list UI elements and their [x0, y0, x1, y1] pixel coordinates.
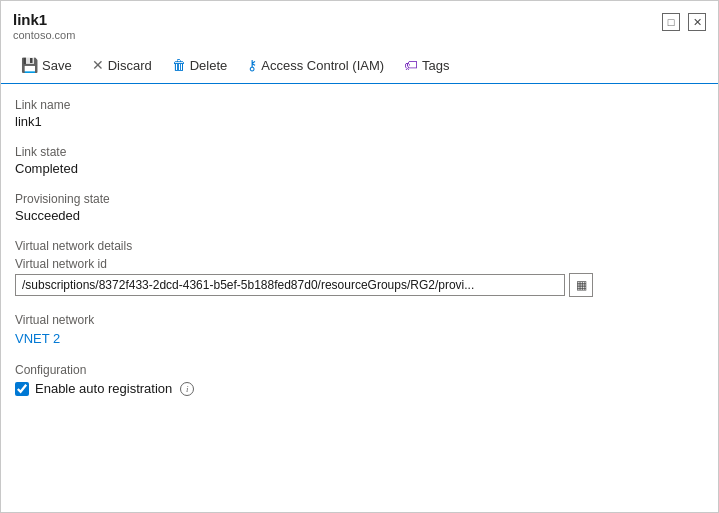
- title-bar: link1 contoso.com □ ✕: [1, 1, 718, 47]
- access-icon: ⚷: [247, 57, 257, 73]
- vnet-id-row: /subscriptions/8372f433-2dcd-4361-b5ef-5…: [15, 273, 704, 297]
- enable-auto-registration-checkbox[interactable]: [15, 382, 29, 396]
- tags-icon: 🏷: [404, 57, 418, 73]
- minimize-button[interactable]: □: [662, 13, 680, 31]
- link-state-label: Link state: [15, 145, 704, 159]
- main-window: link1 contoso.com □ ✕ 💾 Save ✕ Discard 🗑…: [0, 0, 719, 513]
- vnet-link[interactable]: VNET 2: [15, 331, 60, 346]
- delete-label: Delete: [190, 58, 228, 73]
- auto-registration-row: Enable auto registration i: [15, 381, 704, 396]
- delete-icon: 🗑: [172, 57, 186, 73]
- discard-icon: ✕: [92, 57, 104, 73]
- discard-label: Discard: [108, 58, 152, 73]
- vnet-details-group: Virtual network details Virtual network …: [15, 239, 704, 297]
- access-control-label: Access Control (IAM): [261, 58, 384, 73]
- content-area: Link name link1 Link state Completed Pro…: [1, 84, 718, 512]
- vnet-label: Virtual network: [15, 313, 704, 327]
- configuration-group: Configuration Enable auto registration i: [15, 363, 704, 396]
- toolbar: 💾 Save ✕ Discard 🗑 Delete ⚷ Access Contr…: [1, 47, 718, 84]
- info-icon[interactable]: i: [180, 382, 194, 396]
- copy-icon: ▦: [576, 278, 587, 292]
- save-button[interactable]: 💾 Save: [13, 53, 80, 77]
- close-button[interactable]: ✕: [688, 13, 706, 31]
- vnet-id-field[interactable]: /subscriptions/8372f433-2dcd-4361-b5ef-5…: [15, 274, 565, 296]
- window-subtitle: contoso.com: [13, 29, 75, 41]
- enable-auto-registration-label: Enable auto registration: [35, 381, 172, 396]
- delete-button[interactable]: 🗑 Delete: [164, 53, 236, 77]
- provisioning-state-value: Succeeded: [15, 208, 704, 223]
- vnet-details-label: Virtual network details: [15, 239, 704, 253]
- link-name-value: link1: [15, 114, 704, 129]
- link-state-group: Link state Completed: [15, 145, 704, 176]
- discard-button[interactable]: ✕ Discard: [84, 53, 160, 77]
- configuration-label: Configuration: [15, 363, 704, 377]
- link-state-value: Completed: [15, 161, 704, 176]
- vnet-id-label: Virtual network id: [15, 257, 704, 271]
- tags-label: Tags: [422, 58, 449, 73]
- access-control-button[interactable]: ⚷ Access Control (IAM): [239, 53, 392, 77]
- title-bar-left: link1 contoso.com: [13, 11, 75, 41]
- provisioning-state-group: Provisioning state Succeeded: [15, 192, 704, 223]
- save-icon: 💾: [21, 57, 38, 73]
- provisioning-state-label: Provisioning state: [15, 192, 704, 206]
- copy-button[interactable]: ▦: [569, 273, 593, 297]
- window-title: link1: [13, 11, 75, 29]
- link-name-label: Link name: [15, 98, 704, 112]
- title-bar-controls: □ ✕: [662, 11, 706, 31]
- save-label: Save: [42, 58, 72, 73]
- tags-button[interactable]: 🏷 Tags: [396, 53, 457, 77]
- link-name-group: Link name link1: [15, 98, 704, 129]
- vnet-group: Virtual network VNET 2: [15, 313, 704, 347]
